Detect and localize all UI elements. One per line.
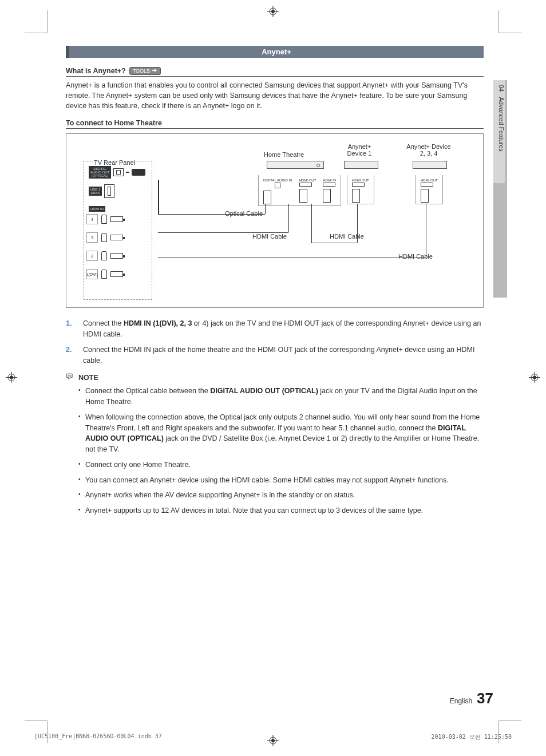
page-content: Anynet+ What is Anynet+? TOOLS Anynet+ i… <box>66 46 484 521</box>
t: DIGITAL AUDIO OUT (OPTICAL) <box>210 387 318 395</box>
chapter-number: 04 <box>498 85 505 92</box>
page-footer: English 37 <box>450 690 493 707</box>
diagram-label-hdmi3: HDMI Cable <box>398 253 433 260</box>
diagram-label-dev234: Anynet+ Device 2, 3, 4 <box>403 143 454 157</box>
registration-mark-icon <box>267 6 279 19</box>
subheading-what-is-anynet: What is Anynet+? TOOLS <box>66 67 484 77</box>
section-heading: Anynet+ <box>66 46 484 58</box>
note-title: NOTE <box>78 374 98 382</box>
diagram-label-optical: Optical Cable <box>225 210 263 217</box>
note-item: You can connect an Anynet+ device using … <box>66 475 484 486</box>
note-icon <box>66 373 75 382</box>
registration-mark-icon <box>529 371 540 385</box>
step-number: 2. <box>66 345 76 366</box>
crop-mark <box>498 10 521 33</box>
home-theatre-device <box>267 161 324 169</box>
port-label: HDMI IN <box>323 179 336 182</box>
step-text: Connect the HDMI IN jack of the home the… <box>83 345 484 366</box>
tools-label: TOOLS <box>133 68 150 74</box>
step-2: 2. Connect the HDMI IN jack of the home … <box>66 345 484 366</box>
port-label-hdmi-in: HDMI IN <box>89 206 105 212</box>
connection-diagram: Anynet+ Device 1 Anynet+ Device 2, 3, 4 … <box>66 133 484 308</box>
device234-ports: HDMI OUT <box>416 175 443 204</box>
t: When following the connection above, the… <box>85 413 480 432</box>
print-file: [UC5100_Fre]BN68-02656D-00L04.indb 37 <box>34 733 162 741</box>
chapter-tab-label: 04 Advanced Features <box>493 80 505 183</box>
tools-icon <box>152 68 157 74</box>
port-label-digital-out: DIGITAL AUDIO OUT (OPTICAL) <box>89 166 111 179</box>
diagram-label-dev1: Anynet+ Device 1 <box>342 143 377 157</box>
port-label: HDMI OUT <box>299 179 316 182</box>
port-label: HDMI OUT <box>352 179 369 182</box>
note-item: Connect the Optical cable between the DI… <box>66 386 484 407</box>
tools-badge: TOOLS <box>129 67 161 75</box>
t: Connect the <box>83 319 124 327</box>
diagram-label-home-theatre: Home Theatre <box>264 151 304 158</box>
anynet-device-1 <box>344 161 378 169</box>
home-theatre-ports: DIGITAL AUDIO IN HDMI OUT HDMI IN <box>258 175 341 206</box>
print-timestamp: 2010-03-02 오전 11:25:50 <box>432 733 512 741</box>
port-label-usb: USB 1 (HDD) <box>89 187 102 196</box>
diagram-label-hdmi1: HDMI Cable <box>252 233 287 240</box>
t: HDMI IN (1(DVI), 2, 3 <box>124 319 192 327</box>
notes-list: Connect the Optical cable between the DI… <box>66 386 484 516</box>
port-label: HDMI OUT <box>421 179 438 182</box>
port-1dvi: 1(DVI) <box>86 269 98 279</box>
intro-paragraph: Anynet+ is a function that enables you t… <box>66 80 484 111</box>
subheading-connect: To connect to Home Theatre <box>66 119 484 129</box>
step-number: 1. <box>66 318 76 340</box>
steps-list: 1. Connect the HDMI IN (1(DVI), 2, 3 or … <box>66 318 484 366</box>
chapter-title: Advanced Features <box>498 97 505 151</box>
print-footer: [UC5100_Fre]BN68-02656D-00L04.indb 37 20… <box>34 733 512 741</box>
note-item: When following the connection above, the… <box>66 412 484 455</box>
diagram-label-hdmi2: HDMI Cable <box>330 233 364 240</box>
tv-rear-panel: DIGITAL AUDIO OUT (OPTICAL) USB 1 (HDD) … <box>84 161 152 300</box>
device1-ports: HDMI OUT <box>347 175 374 204</box>
footer-language: English <box>450 697 472 705</box>
subheading-text: What is Anynet+? <box>66 67 126 75</box>
port-label: DIGITAL AUDIO IN <box>263 179 292 182</box>
note-item: Connect only one Home Theatre. <box>66 460 484 470</box>
t: Connect the Optical cable between the <box>85 387 210 395</box>
crop-mark <box>25 10 48 33</box>
page-number: 37 <box>477 690 493 707</box>
chapter-tab: 04 Advanced Features <box>493 80 507 298</box>
note-heading: NOTE <box>66 373 484 382</box>
note-item: Anynet+ works when the AV device support… <box>66 490 484 501</box>
step-text: Connect the HDMI IN (1(DVI), 2, 3 or 4) … <box>83 318 484 340</box>
step-1: 1. Connect the HDMI IN (1(DVI), 2, 3 or … <box>66 318 484 340</box>
note-item: Anynet+ supports up to 12 AV devices in … <box>66 505 484 516</box>
anynet-device-234 <box>413 161 447 169</box>
registration-mark-icon <box>6 371 17 385</box>
